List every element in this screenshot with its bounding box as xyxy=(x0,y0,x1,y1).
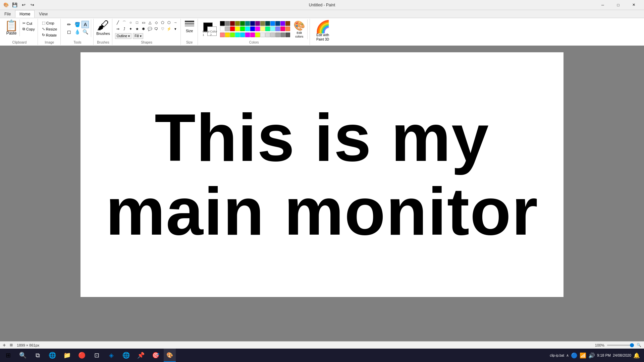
task-view-button[interactable]: ⧉ xyxy=(31,349,44,362)
shape-rect[interactable]: □ xyxy=(134,19,140,25)
color-swatch[interactable] xyxy=(240,33,245,37)
shape-curve[interactable]: ⌒ xyxy=(121,19,127,25)
color-swatch[interactable] xyxy=(245,26,250,31)
size-button[interactable]: Size xyxy=(183,19,196,33)
shape-diamond[interactable]: ◇ xyxy=(153,19,159,25)
zoom-icon[interactable]: 🔍 xyxy=(637,343,641,347)
color-swatch[interactable] xyxy=(250,26,255,31)
add-button[interactable]: + xyxy=(3,342,6,348)
close-button[interactable]: ✕ xyxy=(626,0,641,10)
taskbar-chevron[interactable]: ∧ xyxy=(566,353,569,358)
color-swatch[interactable] xyxy=(285,33,290,37)
color-swatch[interactable] xyxy=(270,26,275,31)
color-swatch[interactable] xyxy=(225,26,230,31)
pencil-button[interactable]: ✏ xyxy=(65,21,73,28)
color-swatch[interactable] xyxy=(220,33,225,37)
color-swatch[interactable] xyxy=(255,26,260,31)
zoom-thumb[interactable] xyxy=(630,343,634,347)
vscode-button[interactable]: ◈ xyxy=(105,349,118,362)
color-swatch[interactable] xyxy=(235,21,240,26)
shape-pentagon[interactable]: ⬠ xyxy=(160,19,166,25)
edge-button[interactable]: 🌐 xyxy=(46,349,59,362)
paint-icon[interactable]: 🎨 xyxy=(3,2,9,8)
fill-dropdown-button[interactable]: Fill ▾ xyxy=(133,33,143,39)
outline-button[interactable]: Outline ▾ xyxy=(115,33,131,39)
color-swatch[interactable] xyxy=(285,21,290,26)
shape-callout1[interactable]: 💬 xyxy=(147,26,153,32)
tab-home[interactable]: Home xyxy=(15,10,35,18)
cut-button[interactable]: ✂ Cut xyxy=(22,21,36,26)
extra-btn1[interactable]: 🌐 xyxy=(119,349,133,362)
color-swatch[interactable] xyxy=(275,33,280,37)
tab-file[interactable]: File xyxy=(0,10,15,18)
color-swatch[interactable] xyxy=(260,26,265,31)
color-swatch[interactable] xyxy=(280,33,285,37)
network-icon[interactable]: 📶 xyxy=(580,352,586,359)
color-swatch[interactable] xyxy=(260,33,265,37)
minimize-button[interactable]: ─ xyxy=(595,0,610,10)
shape-lightning[interactable]: ⚡ xyxy=(166,26,172,32)
brushes-button[interactable]: 🖌 Brushes xyxy=(96,19,110,36)
color-swatch[interactable] xyxy=(250,33,255,37)
explorer-button[interactable]: 📁 xyxy=(60,349,74,362)
color-swatch[interactable] xyxy=(265,26,270,31)
tab-view[interactable]: View xyxy=(35,10,52,18)
color-swatch[interactable] xyxy=(240,21,245,26)
volume-icon[interactable]: 🔊 xyxy=(588,352,595,359)
shape-hexagon[interactable]: ⬡ xyxy=(166,19,172,25)
canvas-container[interactable]: This is my main monitor xyxy=(0,46,644,341)
edit-colors-button[interactable]: 🎨 Editcolors xyxy=(293,20,305,39)
shape-oval[interactable]: ○ xyxy=(128,19,134,25)
bluetooth-icon[interactable]: 🔵 xyxy=(571,352,578,359)
shape-arrow[interactable]: → xyxy=(172,19,178,25)
undo-icon[interactable]: ↩ xyxy=(20,2,27,8)
shape-more[interactable]: ▾ xyxy=(172,26,178,32)
shape-star6[interactable]: ✱ xyxy=(141,26,147,32)
color-swatch[interactable] xyxy=(260,21,265,26)
color-swatch[interactable] xyxy=(225,21,230,26)
color-picker-button[interactable]: 💧 xyxy=(73,28,81,36)
shape-triangle[interactable]: △ xyxy=(147,19,153,25)
color-swatch[interactable] xyxy=(240,26,245,31)
color-swatch[interactable] xyxy=(280,21,285,26)
fill-button[interactable]: 🪣 xyxy=(73,21,81,28)
color-swatch[interactable] xyxy=(245,21,250,26)
color-swatch[interactable] xyxy=(220,26,225,31)
shape-star5[interactable]: ★ xyxy=(134,26,140,32)
shape-star4[interactable]: ✦ xyxy=(128,26,134,32)
color-swatch[interactable] xyxy=(285,26,290,31)
paste-button[interactable]: 📋 Paste xyxy=(3,19,20,36)
date-display[interactable]: 24/08/2020 xyxy=(613,353,631,357)
text-button[interactable]: A xyxy=(82,21,89,28)
color-swatch[interactable] xyxy=(230,21,235,26)
color-swatch[interactable] xyxy=(270,21,275,26)
copy-button[interactable]: ⧉ Copy xyxy=(22,26,36,32)
time-display[interactable]: 9:18 PM xyxy=(597,353,611,357)
terminal-button[interactable]: ⊡ xyxy=(90,349,103,362)
shape-arrow2[interactable]: ⇒ xyxy=(115,26,121,32)
color-swatch[interactable] xyxy=(225,33,230,37)
paint-taskbar[interactable]: 🎨 xyxy=(164,349,176,362)
canvas-area[interactable]: This is my main monitor xyxy=(80,52,564,297)
color-swatch[interactable] xyxy=(265,33,270,37)
resize-button[interactable]: ⤡ Resize xyxy=(41,26,59,32)
shape-line[interactable]: ╱ xyxy=(115,19,121,25)
color-swatch[interactable] xyxy=(235,26,240,31)
crop-indicator[interactable]: ⊞ xyxy=(10,343,13,347)
shape-heart[interactable]: ♡ xyxy=(160,26,166,32)
maximize-button[interactable]: □ xyxy=(610,0,626,10)
color-swatch[interactable] xyxy=(250,21,255,26)
color-swatch[interactable] xyxy=(270,33,275,37)
color-swatch[interactable] xyxy=(265,21,270,26)
color-swatch[interactable] xyxy=(275,26,280,31)
color-swatch[interactable] xyxy=(230,33,235,37)
eraser-button[interactable]: ◻ xyxy=(65,28,73,36)
magnifier-button[interactable]: 🔍 xyxy=(82,28,89,36)
search-button[interactable]: 🔍 xyxy=(16,349,30,362)
redo-icon[interactable]: ↪ xyxy=(29,2,36,8)
color-swatch[interactable] xyxy=(230,26,235,31)
chrome-button[interactable]: 🔴 xyxy=(75,349,89,362)
shape-arrow3[interactable]: ⤴ xyxy=(121,26,127,32)
color-swatch[interactable] xyxy=(255,21,260,26)
zoom-slider[interactable] xyxy=(607,345,634,346)
